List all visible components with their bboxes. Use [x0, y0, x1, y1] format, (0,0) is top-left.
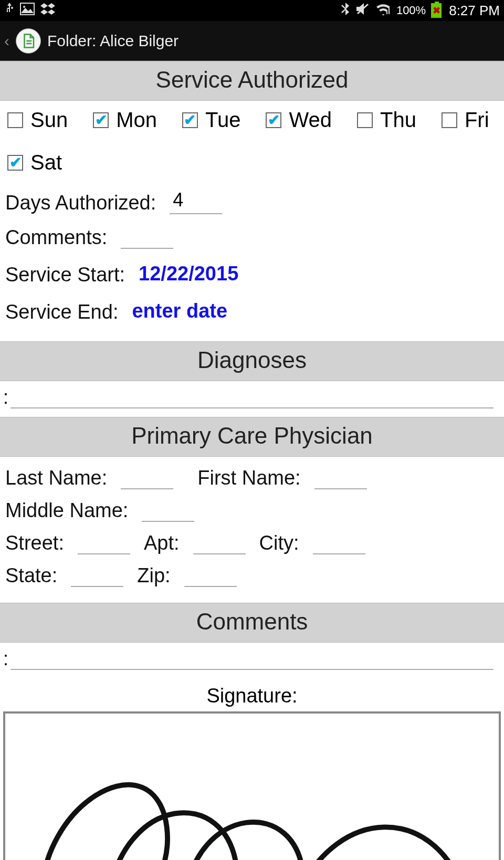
day-label: Fri: [465, 108, 489, 132]
pcp-zip-label: Zip:: [137, 564, 170, 587]
diagnoses-input[interactable]: [10, 383, 494, 408]
day-sun[interactable]: Sun: [7, 108, 68, 132]
service-end-label: Service End:: [5, 301, 118, 323]
day-wed[interactable]: Wed: [266, 108, 332, 132]
day-mon[interactable]: Mon: [93, 108, 157, 132]
diagnoses-prefix: :: [3, 386, 8, 408]
sa-comments-input[interactable]: [121, 224, 173, 249]
days-authorized-input[interactable]: [170, 189, 222, 214]
signature-pad[interactable]: [3, 711, 501, 860]
day-label: Mon: [116, 108, 157, 132]
battery-icon: ✖: [431, 3, 442, 18]
section-pcp-header: Primary Care Physician: [0, 417, 504, 457]
checkbox-mon[interactable]: [93, 112, 109, 128]
day-tue[interactable]: Tue: [182, 108, 240, 132]
pcp-street-input[interactable]: [78, 529, 130, 554]
status-time: 8:27 PM: [449, 3, 500, 19]
checkbox-thu[interactable]: [357, 112, 373, 128]
sa-comments-label: Comments:: [5, 226, 107, 249]
app-bar: ‹ Folder: Alice Bilger: [0, 21, 504, 61]
usb-icon: [4, 2, 15, 19]
section-comments-header: Comments: [0, 603, 504, 643]
days-authorized-label: Days Authorized:: [5, 192, 156, 214]
page-title: Folder: Alice Bilger: [47, 32, 178, 50]
signature-label: Signature:: [0, 678, 504, 711]
status-bar: 100% ✖ 8:27 PM: [0, 0, 504, 21]
checkbox-sat[interactable]: [7, 155, 23, 171]
pcp-apt-label: Apt:: [144, 532, 180, 554]
checkbox-fri[interactable]: [442, 112, 457, 128]
checkbox-wed[interactable]: [266, 112, 281, 128]
section-service-authorized-header: Service Authorized: [0, 61, 504, 101]
battery-percent: 100%: [396, 4, 426, 17]
day-label: Tue: [205, 108, 240, 132]
pcp-city-input[interactable]: [313, 529, 365, 554]
checkbox-sun[interactable]: [7, 112, 23, 128]
pcp-city-label: City:: [259, 532, 299, 554]
back-icon[interactable]: ‹: [4, 32, 9, 50]
day-thu[interactable]: Thu: [357, 108, 416, 132]
pcp-street-label: Street:: [5, 532, 64, 554]
day-sat[interactable]: Sat: [7, 151, 62, 174]
mute-icon: [355, 2, 370, 19]
pcp-last-name-input[interactable]: [121, 464, 173, 489]
document-icon[interactable]: [16, 28, 41, 54]
pcp-first-name-label: First Name:: [197, 467, 300, 489]
service-start-label: Service Start:: [5, 264, 125, 286]
pcp-state-input[interactable]: [71, 562, 123, 587]
day-label: Sat: [30, 151, 62, 174]
pcp-middle-name-label: Middle Name:: [5, 499, 128, 522]
pcp-first-name-input[interactable]: [314, 464, 367, 489]
svg-point-1: [23, 6, 25, 8]
bluetooth-icon: [341, 2, 350, 19]
image-icon: [20, 3, 35, 18]
comments-prefix: :: [3, 648, 8, 670]
pcp-state-label: State:: [5, 564, 57, 587]
pcp-last-name-label: Last Name:: [5, 467, 107, 489]
checkbox-tue[interactable]: [182, 112, 198, 128]
day-label: Thu: [380, 108, 416, 132]
section-diagnoses-header: Diagnoses: [0, 341, 504, 381]
comments-input[interactable]: [10, 645, 494, 670]
wifi-icon: [375, 3, 391, 18]
day-label: Sun: [30, 108, 68, 132]
service-start-value[interactable]: 12/22/2015: [139, 263, 238, 286]
pcp-zip-input[interactable]: [184, 562, 237, 587]
day-label: Wed: [289, 108, 332, 132]
days-row: Sun Mon Tue Wed Thu Fri Sat: [5, 105, 499, 184]
pcp-middle-name-input[interactable]: [142, 497, 194, 522]
dropbox-icon: [40, 2, 56, 19]
pcp-apt-input[interactable]: [193, 529, 246, 554]
day-fri[interactable]: Fri: [442, 108, 489, 132]
service-end-value[interactable]: enter date: [132, 300, 227, 323]
